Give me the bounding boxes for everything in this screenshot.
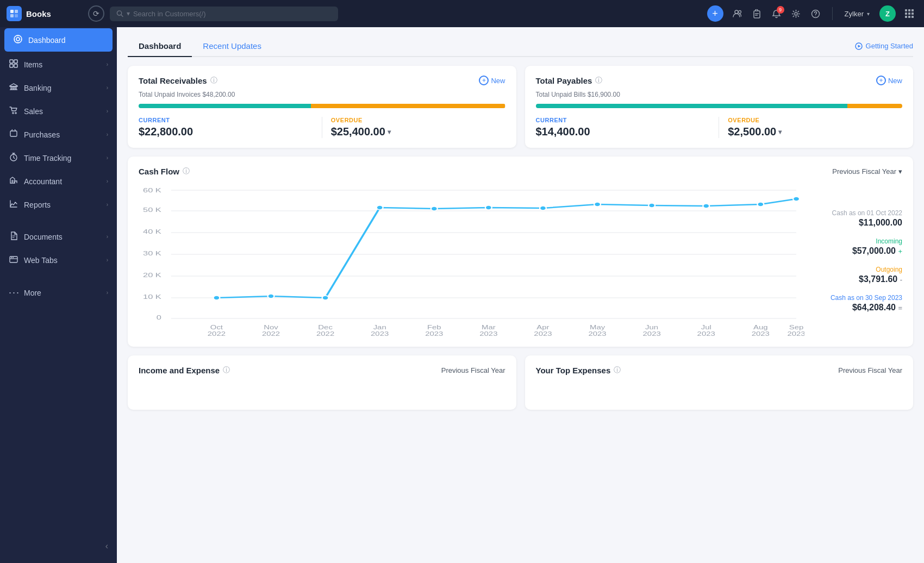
svg-point-58: [540, 206, 546, 210]
svg-rect-19: [911, 16, 914, 18]
clock-button[interactable]: ⟳: [88, 5, 104, 22]
contacts-icon-btn[interactable]: [729, 5, 746, 22]
payables-title: Total Payables: [536, 76, 592, 85]
svg-point-59: [594, 202, 601, 207]
svg-rect-33: [12, 180, 13, 182]
reports-arrow: ›: [107, 202, 108, 208]
summary-cards-row: Total Receivables ⓘ + New Total Unpaid I…: [128, 66, 913, 148]
receivables-overdue-label: OVERDUE: [331, 117, 505, 123]
top-expenses-period[interactable]: Previous Fiscal Year: [838, 366, 902, 374]
svg-point-61: [703, 204, 709, 208]
search-dropdown[interactable]: ▾: [127, 10, 130, 17]
cashflow-card: Cash Flow ⓘ Previous Fiscal Year ▾ 60 K …: [128, 157, 913, 347]
svg-text:2023: 2023: [371, 331, 389, 337]
sidebar-item-banking-label: Banking: [24, 84, 52, 92]
payables-info-icon[interactable]: ⓘ: [595, 76, 602, 85]
tab-dashboard[interactable]: Dashboard: [128, 36, 192, 56]
payables-new-btn[interactable]: + New: [876, 76, 902, 85]
sidebar-item-sales-label: Sales: [24, 107, 43, 116]
sidebar-collapse-btn[interactable]: ‹: [0, 535, 117, 558]
payables-progress: [536, 104, 903, 108]
notification-badge: 9: [777, 6, 784, 14]
svg-rect-13: [911, 9, 914, 11]
bell-icon-btn[interactable]: 9: [768, 5, 785, 22]
main-layout: Dashboard Items ›: [0, 27, 924, 563]
help-icon-btn[interactable]: [807, 5, 825, 22]
getting-started-btn[interactable]: Getting Started: [855, 42, 913, 50]
receivables-title: Total Receivables: [139, 76, 207, 85]
user-menu[interactable]: Zylker ▾: [840, 8, 874, 20]
top-expenses-info-icon[interactable]: ⓘ: [614, 365, 621, 375]
svg-rect-25: [14, 64, 17, 67]
sidebar-item-banking[interactable]: Banking ›: [0, 76, 117, 99]
search-bar[interactable]: ▾: [110, 7, 338, 21]
app-name: Books: [26, 9, 51, 18]
cashflow-stats: Cash as on 01 Oct 2022 $11,000.00 Incomi…: [804, 185, 902, 337]
cashflow-info-icon[interactable]: ⓘ: [183, 166, 190, 176]
fiscal-dropdown-arrow: ▾: [898, 167, 902, 176]
sidebar-item-items[interactable]: Items ›: [0, 53, 117, 76]
payables-unpaid: Total Unpaid Bills $16,900.00: [536, 91, 903, 98]
sidebar-item-documents-label: Documents: [24, 233, 63, 241]
overdue-dropdown-arrow[interactable]: ▾: [388, 128, 391, 136]
cashflow-end-label: Cash as on 30 Sep 2023: [815, 294, 902, 302]
receivables-current-bar: [139, 104, 311, 108]
cashflow-end-stat: Cash as on 30 Sep 2023 $64,208.40 =: [815, 294, 902, 312]
payables-current-bar: [536, 104, 847, 108]
receivables-card: Total Receivables ⓘ + New Total Unpaid I…: [128, 66, 516, 148]
svg-rect-22: [10, 60, 13, 63]
banking-arrow: ›: [107, 85, 108, 91]
sidebar-item-time-tracking[interactable]: Time Tracking ›: [0, 146, 117, 170]
receivables-new-btn[interactable]: + New: [479, 76, 505, 85]
clipboard-icon-btn[interactable]: [748, 5, 766, 22]
apps-grid-button[interactable]: [901, 5, 917, 22]
sales-icon: [9, 106, 18, 116]
sidebar-item-accountant[interactable]: Accountant ›: [0, 170, 117, 193]
cashflow-start-label: Cash as on 01 Oct 2022: [815, 209, 902, 217]
items-icon: [9, 59, 18, 70]
receivables-unpaid: Total Unpaid Invoices $48,200.00: [139, 91, 505, 98]
user-name: Zylker: [845, 10, 864, 18]
logo-icon: [7, 6, 22, 21]
income-expense-title: Income and Expense: [139, 366, 220, 375]
svg-point-10: [815, 16, 816, 16]
web-tabs-icon: [9, 255, 18, 265]
svg-text:Mar: Mar: [482, 324, 496, 331]
svg-text:2023: 2023: [643, 331, 661, 337]
svg-point-56: [431, 207, 438, 211]
avatar[interactable]: Z: [879, 5, 896, 22]
sidebar-item-purchases[interactable]: Purchases ›: [0, 123, 117, 146]
receivables-info-icon[interactable]: ⓘ: [210, 76, 217, 85]
dashboard-icon: [13, 35, 23, 45]
settings-icon-btn[interactable]: [788, 5, 805, 22]
payables-current-label: CURRENT: [536, 117, 710, 123]
svg-text:2023: 2023: [425, 331, 443, 337]
sidebar-item-sales[interactable]: Sales ›: [0, 99, 117, 123]
add-new-button[interactable]: +: [707, 5, 723, 22]
svg-text:2022: 2022: [208, 331, 226, 337]
purchases-arrow: ›: [107, 132, 108, 137]
sidebar-item-more[interactable]: ··· More ›: [0, 280, 117, 305]
tab-recent-updates[interactable]: Recent Updates: [192, 36, 272, 56]
income-expense-info-icon[interactable]: ⓘ: [223, 365, 230, 375]
payables-overdue-section: OVERDUE $2,500.00 ▾: [719, 117, 902, 138]
income-expense-period[interactable]: Previous Fiscal Year: [441, 366, 505, 374]
sidebar-item-reports[interactable]: Reports ›: [0, 193, 117, 216]
more-icon: ···: [9, 287, 18, 298]
svg-rect-11: [905, 9, 907, 11]
sidebar-item-web-tabs[interactable]: Web Tabs ›: [0, 248, 117, 272]
svg-rect-31: [10, 131, 17, 136]
cashflow-start-value: $11,000.00: [815, 218, 902, 228]
app-logo[interactable]: Books: [7, 6, 83, 21]
sidebar-item-dashboard[interactable]: Dashboard: [4, 28, 113, 52]
incoming-suffix: +: [898, 247, 902, 255]
main-content: Dashboard Recent Updates Getting Started…: [117, 27, 924, 563]
payables-overdue-bar: [847, 104, 902, 108]
documents-arrow: ›: [107, 234, 108, 240]
svg-rect-17: [905, 16, 907, 18]
search-input[interactable]: [133, 10, 332, 18]
cashflow-period-select[interactable]: Previous Fiscal Year ▾: [832, 167, 902, 176]
sidebar-item-documents[interactable]: Documents ›: [0, 225, 117, 248]
svg-text:0: 0: [157, 314, 161, 321]
payables-overdue-dropdown-arrow[interactable]: ▾: [778, 128, 782, 136]
